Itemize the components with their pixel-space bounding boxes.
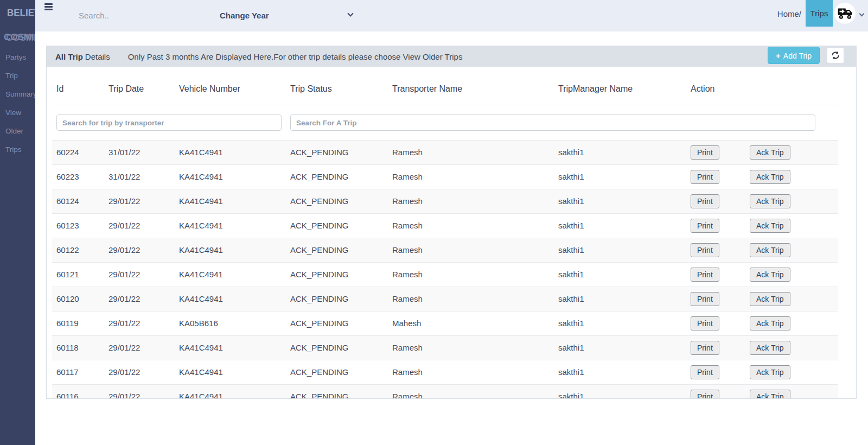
print-button[interactable]: Print [691,292,719,306]
table-row: 60121 29/01/22 KA41C4941 ACK_PENDING Ram… [52,262,838,287]
print-button[interactable]: Print [691,365,719,379]
cell-id: 60119 [52,311,104,335]
table-row: 60118 29/01/22 KA41C4941 ACK_PENDING Ram… [52,335,838,360]
cell-tripmanager-name: sakthi1 [554,140,686,164]
refresh-button[interactable] [827,48,844,63]
trips-table-scroll-area[interactable]: IdTrip DateVehicle NumberTrip StatusTran… [52,67,846,398]
cell-transporter-name: Ramesh [388,213,554,238]
column-header: Trip Status [286,67,388,105]
ack-trip-button[interactable]: Ack Trip [750,365,790,379]
trip-filter-input[interactable] [290,115,815,131]
print-button[interactable]: Print [691,390,719,399]
ack-trip-button[interactable]: Ack Trip [750,316,790,330]
cell-tripmanager-name: sakthi1 [554,384,686,398]
ack-trip-button[interactable]: Ack Trip [750,219,790,233]
table-row: 60124 29/01/22 KA41C4941 ACK_PENDING Ram… [52,189,838,213]
ack-trip-button[interactable]: Ack Trip [750,268,790,282]
cell-action: Print Ack Trip [686,140,838,164]
cell-vehicle-number: KA41C4941 [175,335,286,360]
add-trip-button[interactable]: +Add Trip [768,47,820,64]
home-link[interactable]: Home/ [777,9,801,18]
cell-transporter-name: Ramesh [388,189,554,213]
cell-action: Print Ack Trip [686,164,838,189]
cell-vehicle-number: KA41C4941 [175,238,286,262]
print-button[interactable]: Print [691,145,719,160]
search-input[interactable] [79,7,193,24]
sidebar: BELIEV COSMI COSMI Partys Trip Summary V… [0,0,35,445]
table-filter-row [52,105,838,140]
ack-trip-button[interactable]: Ack Trip [750,145,790,160]
ack-trip-button[interactable]: Ack Trip [750,390,790,399]
column-header: Action [686,67,838,105]
ack-trip-button[interactable]: Ack Trip [750,194,790,208]
cell-tripmanager-name: sakthi1 [554,335,686,360]
print-button[interactable]: Print [691,316,719,330]
refresh-icon [831,50,840,60]
table-row: 60122 29/01/22 KA41C4941 ACK_PENDING Ram… [52,238,838,262]
cell-trip-date: 29/01/22 [104,311,175,335]
ack-trip-button[interactable]: Ack Trip [750,170,790,184]
cell-vehicle-number: KA41C4941 [175,262,286,287]
avatar[interactable] [834,3,856,24]
brand-primary: BELIEV [7,8,35,18]
print-button[interactable]: Print [691,170,719,184]
print-button[interactable]: Print [691,243,719,257]
cell-vehicle-number: KA41C4941 [175,287,286,311]
sidebar-item[interactable]: Older [0,122,35,141]
table-row: 60224 31/01/22 KA41C4941 ACK_PENDING Ram… [52,140,838,164]
cell-action: Print Ack Trip [686,335,838,360]
panel-heading: All TripDetails Only Past 3 months Are D… [47,46,856,67]
sidebar-item[interactable]: Trip [0,67,35,85]
cell-transporter-name: Ramesh [388,262,554,287]
column-header: Transporter Name [388,67,554,105]
cell-trip-status: ACK_PENDING [286,335,388,360]
cell-action: Print Ack Trip [686,262,838,287]
sidebar-item[interactable]: Summary [0,85,35,104]
brand-secondary: COSMI COSMI [4,32,35,44]
brand-secondary-overlap: COSMI [6,33,35,43]
cell-id: 60121 [52,262,104,287]
sidebar-item[interactable]: Partys [0,48,35,67]
cell-transporter-name: Ramesh [388,287,554,311]
cell-id: 60120 [52,287,104,311]
table-row: 60223 31/01/22 KA41C4941 ACK_PENDING Ram… [52,164,838,189]
table-row: 60116 29/01/22 KA41C4941 ACK_PENDING Ram… [52,384,838,398]
avatar-dropdown-chevron-icon[interactable] [859,11,865,17]
print-button[interactable]: Print [691,268,719,282]
sidebar-item[interactable]: View [0,104,35,122]
cell-trip-date: 29/01/22 [104,360,175,384]
print-button[interactable]: Print [691,341,719,355]
cell-tripmanager-name: sakthi1 [554,287,686,311]
chevron-down-icon [347,10,353,16]
cell-trip-date: 29/01/22 [104,189,175,213]
ack-trip-button[interactable]: Ack Trip [750,341,790,355]
cell-trip-date: 29/01/22 [104,335,175,360]
table-row: 60117 29/01/22 KA41C4941 ACK_PENDING Ram… [52,360,838,384]
hamburger-menu-icon[interactable] [44,3,53,11]
cell-action: Print Ack Trip [686,311,838,335]
transporter-filter-input[interactable] [56,115,282,131]
column-header: Trip Date [104,67,175,105]
table-row: 60123 29/01/22 KA41C4941 ACK_PENDING Ram… [52,213,838,238]
cell-transporter-name: Ramesh [388,384,554,398]
ack-trip-button[interactable]: Ack Trip [750,292,790,306]
all-trips-panel: All TripDetails Only Past 3 months Are D… [46,46,857,399]
truck-icon [835,3,856,24]
cell-action: Print Ack Trip [686,189,838,213]
plus-icon: + [776,51,781,60]
tab-trips[interactable]: Trips [806,0,833,27]
cell-trip-date: 29/01/22 [104,384,175,398]
cell-transporter-name: Ramesh [388,140,554,164]
print-button[interactable]: Print [691,194,719,208]
ack-trip-button[interactable]: Ack Trip [750,243,790,257]
cell-vehicle-number: KA41C4941 [175,360,286,384]
cell-transporter-name: Ramesh [388,360,554,384]
cell-vehicle-number: KA41C4941 [175,189,286,213]
cell-tripmanager-name: sakthi1 [554,213,686,238]
cell-id: 60124 [52,189,104,213]
cell-id: 60122 [52,238,104,262]
year-select[interactable]: Change Year [212,7,366,24]
sidebar-item[interactable]: Trips [0,141,35,159]
cell-transporter-name: Ramesh [388,335,554,360]
print-button[interactable]: Print [691,219,719,233]
